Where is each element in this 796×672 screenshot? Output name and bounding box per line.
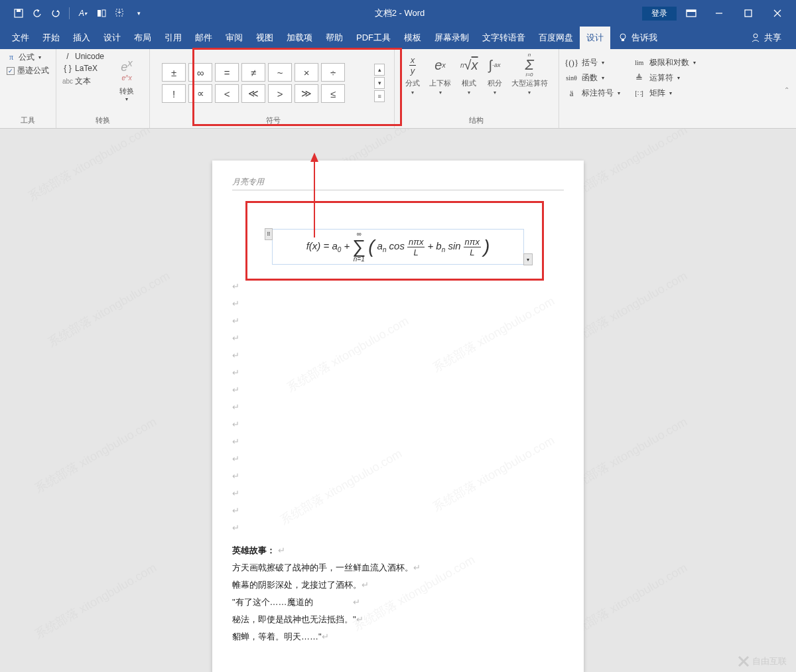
qat-more-icon[interactable]: ▾ bbox=[133, 8, 144, 19]
symbol-scroll-more[interactable]: ≡ bbox=[374, 90, 385, 102]
text-option[interactable]: abc 文本 bbox=[63, 76, 104, 87]
login-button[interactable]: 登录 bbox=[642, 7, 677, 21]
radical-label: 根式 bbox=[462, 78, 476, 88]
tab-design[interactable]: 设计 bbox=[97, 27, 127, 49]
font-icon[interactable]: A▾ bbox=[78, 8, 88, 19]
paragraph-mark: ↵ bbox=[232, 347, 564, 364]
fraction-button[interactable]: xy 分式 ▾ bbox=[401, 52, 424, 97]
document-page[interactable]: 月亮专用 ⠿ f(x) = a0 + ∞∑n=1 ( an cos nπxL +… bbox=[212, 161, 584, 672]
tab-template[interactable]: 模板 bbox=[397, 27, 428, 49]
group-convert: / Unicode { } LaTeX abc 文本 ex e^x 转换 bbox=[56, 49, 150, 128]
pi-icon: π bbox=[7, 52, 16, 62]
operator-button[interactable]: ≜ 运算符 ▾ bbox=[633, 72, 696, 84]
radical-button[interactable]: n√x 根式 ▾ bbox=[456, 52, 482, 97]
save-icon[interactable] bbox=[13, 8, 24, 19]
tell-me[interactable]: 告诉我 bbox=[618, 32, 657, 44]
paragraph-mark: ↵ bbox=[232, 330, 564, 347]
equation-content[interactable]: f(x) = a0 + ∞∑n=1 ( an cos nπxL + bn sin… bbox=[306, 231, 490, 263]
svg-rect-3 bbox=[98, 10, 101, 17]
function-button[interactable]: sinθ 函数 ▾ bbox=[566, 72, 620, 84]
matrix-button[interactable]: [∷] 矩阵 ▾ bbox=[633, 88, 696, 99]
tab-screenrec[interactable]: 屏幕录制 bbox=[428, 27, 476, 49]
symbol-equals[interactable]: = bbox=[215, 63, 239, 82]
operator-icon: ≜ bbox=[633, 73, 645, 84]
symbol-notequal[interactable]: ≠ bbox=[241, 63, 265, 82]
chevron-down-icon: ▾ bbox=[494, 90, 496, 96]
brand-label: 自由互联 bbox=[752, 655, 787, 667]
close-button[interactable] bbox=[764, 3, 791, 23]
chevron-down-icon: ▾ bbox=[528, 90, 531, 96]
operator-label: 运算符 bbox=[649, 72, 673, 84]
tools-group-label: 工具 bbox=[7, 114, 49, 127]
paragraph-mark: ↵ bbox=[232, 381, 564, 399]
group-symbols: ± ∞ = ≠ ~ × ÷ ! ∝ < ≪ > ≫ ≤ bbox=[150, 49, 395, 128]
maximize-button[interactable] bbox=[735, 3, 762, 23]
symbol-scroll-down[interactable]: ▾ bbox=[374, 77, 385, 89]
paragraph-mark: ↵ bbox=[232, 278, 564, 295]
tab-addins[interactable]: 加载项 bbox=[280, 27, 319, 49]
tab-tts[interactable]: 文字转语音 bbox=[476, 27, 532, 49]
equation-dropdown-icon[interactable]: ▾ bbox=[523, 253, 533, 265]
document-area[interactable]: 系统部落 xitongbuluo.com 系统部落 xitongbuluo.co… bbox=[0, 129, 796, 672]
chevron-down-icon: ▾ bbox=[411, 90, 414, 96]
menu-bar: 文件 开始 插入 设计 布局 引用 邮件 审阅 视图 加载项 帮助 PDF工具 … bbox=[0, 27, 796, 49]
paragraph-mark: ↵ bbox=[232, 399, 564, 416]
convert-button[interactable]: ex e^x 转换 ▾ bbox=[111, 52, 143, 114]
tab-home[interactable]: 开始 bbox=[36, 27, 66, 49]
symbol-scroll-up[interactable]: ▴ bbox=[374, 64, 385, 76]
tab-insert[interactable]: 插入 bbox=[66, 27, 97, 49]
symbol-times[interactable]: × bbox=[295, 63, 318, 82]
tab-equation-design[interactable]: 设计 bbox=[580, 27, 610, 49]
largeop-button[interactable]: nΣi=0 大型运算符 ▾ bbox=[507, 52, 552, 97]
limit-button[interactable]: lim 极限和对数 ▾ bbox=[633, 57, 696, 68]
story-text[interactable]: 英雄故事：↵ 方天画戟擦破了战神的手，一丝鲜血流入酒杯。↵ 帷幕的阴影深处，龙接… bbox=[232, 542, 564, 645]
share-button[interactable]: 共享 bbox=[751, 32, 791, 44]
script-button[interactable]: ex 上下标 ▾ bbox=[425, 52, 455, 97]
equation-button[interactable]: π 公式 ▾ bbox=[7, 52, 49, 63]
symbol-muchgreater[interactable]: ≫ bbox=[295, 84, 318, 103]
accent-button[interactable]: ä 标注符号 ▾ bbox=[566, 88, 620, 99]
equation-handle-icon[interactable]: ⠿ bbox=[265, 228, 273, 240]
symbol-muchless[interactable]: ≪ bbox=[241, 84, 265, 103]
tab-view[interactable]: 视图 bbox=[249, 27, 280, 49]
tab-file[interactable]: 文件 bbox=[5, 27, 36, 49]
layout-icon[interactable] bbox=[96, 8, 107, 19]
symbol-lt[interactable]: < bbox=[215, 84, 239, 103]
undo-icon[interactable] bbox=[32, 8, 42, 19]
tab-layout[interactable]: 布局 bbox=[127, 27, 158, 49]
tab-mailings[interactable]: 邮件 bbox=[188, 27, 219, 49]
lightbulb-icon bbox=[618, 33, 628, 42]
latex-option[interactable]: { } LaTeX bbox=[63, 64, 104, 73]
collapse-ribbon-button[interactable]: ⌃ bbox=[780, 84, 793, 96]
bracket-button[interactable]: {()} 括号 ▾ bbox=[566, 57, 620, 68]
symbol-divide[interactable]: ÷ bbox=[321, 63, 345, 82]
symbol-lte[interactable]: ≤ bbox=[321, 84, 345, 103]
add-icon[interactable]: + bbox=[115, 8, 125, 19]
minimize-button[interactable] bbox=[706, 3, 732, 23]
chevron-down-icon: ▾ bbox=[38, 54, 41, 60]
integral-button[interactable]: ∫-ax 积分 ▾ bbox=[484, 52, 506, 97]
ink-equation-button[interactable]: ✓ 墨迹公式 bbox=[7, 65, 49, 76]
unicode-option[interactable]: / Unicode bbox=[63, 52, 104, 61]
symbol-plusminus[interactable]: ± bbox=[162, 63, 186, 82]
redo-icon[interactable] bbox=[50, 8, 61, 19]
equation-label: 公式 bbox=[19, 52, 34, 63]
brand-watermark: 自由互联 bbox=[738, 655, 787, 667]
symbol-proportional[interactable]: ∝ bbox=[188, 84, 212, 103]
tab-help[interactable]: 帮助 bbox=[319, 27, 350, 49]
tab-baidu[interactable]: 百度网盘 bbox=[532, 27, 580, 49]
symbol-factorial[interactable]: ! bbox=[162, 84, 186, 103]
tab-pdf[interactable]: PDF工具 bbox=[350, 27, 397, 49]
ribbon-display-icon[interactable] bbox=[679, 3, 703, 23]
symbol-gt[interactable]: > bbox=[268, 84, 292, 103]
chevron-down-icon: ▾ bbox=[125, 96, 128, 102]
function-icon: sinθ bbox=[566, 74, 578, 82]
watermark: 系统部落 xitongbuluo.com bbox=[25, 129, 153, 204]
symbol-infinity[interactable]: ∞ bbox=[188, 63, 212, 82]
tab-review[interactable]: 审阅 bbox=[219, 27, 249, 49]
svg-rect-4 bbox=[102, 10, 105, 17]
annotation-arrow bbox=[308, 153, 321, 239]
tab-references[interactable]: 引用 bbox=[158, 27, 188, 49]
symbol-tilde[interactable]: ~ bbox=[268, 63, 292, 82]
function-label: 函数 bbox=[582, 72, 598, 84]
